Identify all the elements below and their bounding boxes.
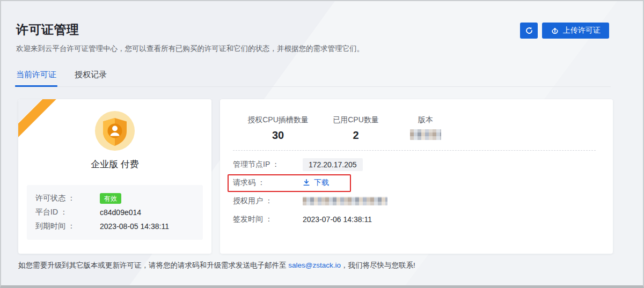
license-management-page: 许可证管理 欢迎来到云平台许可证管理中心，您可以查看所有已购买的许可证和它们的状… xyxy=(0,0,644,288)
dashed-divider xyxy=(233,150,596,151)
stat-authorized-cpu-sockets: 授权CPU插槽数量 30 xyxy=(235,115,321,142)
header-actions: 上传许可证 xyxy=(520,23,609,39)
page-subtitle: 欢迎来到云平台许可证管理中心，您可以查看所有已购买的许可证和它们的状态，并根据您… xyxy=(16,44,364,54)
upload-license-label: 上传许可证 xyxy=(563,26,601,35)
license-status-row: 许可状态 ： 有效 xyxy=(35,191,194,205)
stat-used-cpu-value: 2 xyxy=(321,129,391,142)
status-badge: 有效 xyxy=(100,193,121,204)
tab-authorization-records-label: 授权记录 xyxy=(75,70,107,79)
issue-time-row: 签发时间 ： 2023-07-06 14:38:11 xyxy=(233,210,600,228)
page-title: 许可证管理 xyxy=(16,21,79,38)
expire-time-row: 到期时间 ： 2023-08-05 14:38:11 xyxy=(35,219,194,233)
corner-ribbon xyxy=(18,99,68,149)
platform-id-label: 平台ID ： xyxy=(35,208,100,217)
stat-used-cpu: 已用CPU数量 2 xyxy=(321,115,391,142)
expire-time-value: 2023-08-05 14:38:11 xyxy=(100,222,169,231)
management-node-ip-value: 172.20.17.205 xyxy=(303,158,363,171)
stat-version: 版本 xyxy=(391,115,460,142)
request-code-label: 请求码 ： xyxy=(233,178,303,188)
footer-note: 如您需要升级到其它版本或更新许可证，请将您的请求码和升级需求发送电子邮件至 sa… xyxy=(18,261,415,270)
refresh-icon xyxy=(525,26,533,35)
stat-authorized-cpu-sockets-value: 30 xyxy=(235,129,321,142)
platform-id-value: c84d09e014 xyxy=(100,208,141,217)
management-node-ip-label: 管理节点IP ： xyxy=(233,160,303,169)
stat-authorized-cpu-sockets-label: 授权CPU插槽数量 xyxy=(235,115,321,125)
license-summary-card: 企业版 付费 许可状态 ： 有效 平台ID ： c84d09e014 到期时间 … xyxy=(18,99,211,254)
license-status-panel: 许可状态 ： 有效 平台ID ： c84d09e014 到期时间 ： 2023-… xyxy=(27,185,203,240)
refresh-button[interactable] xyxy=(520,23,538,39)
issue-time-label: 签发时间 ： xyxy=(233,215,303,224)
authorized-user-row: 授权用户 ： xyxy=(233,192,600,210)
stat-version-label: 版本 xyxy=(391,115,460,125)
management-node-ip-row: 管理节点IP ： 172.20.17.205 xyxy=(233,156,600,174)
license-status-label: 许可状态 ： xyxy=(35,194,100,203)
download-icon xyxy=(303,179,310,188)
expire-time-label: 到期时间 ： xyxy=(35,221,100,231)
footer-text-after: ，我们将尽快与您联系! xyxy=(341,261,415,269)
license-detail-rows: 管理节点IP ： 172.20.17.205 请求码 ： 下载 xyxy=(233,156,600,228)
tab-current-license[interactable]: 当前许可证 xyxy=(16,70,56,86)
authorized-user-value-redacted xyxy=(303,197,387,205)
request-code-row: 请求码 ： 下载 xyxy=(233,174,600,192)
stat-used-cpu-label: 已用CPU数量 xyxy=(321,115,391,125)
issue-time-value: 2023-07-06 14:38:11 xyxy=(303,215,372,224)
tabs-bar: 当前许可证 授权记录 xyxy=(16,70,611,87)
license-stats: 授权CPU插槽数量 30 已用CPU数量 2 版本 xyxy=(235,115,460,142)
shield-user-icon xyxy=(95,111,135,151)
license-detail-card: 授权CPU插槽数量 30 已用CPU数量 2 版本 管理节点IP ： 172.2… xyxy=(220,99,613,254)
upload-icon xyxy=(551,26,559,35)
download-link-label: 下载 xyxy=(314,178,329,188)
tab-current-license-label: 当前许可证 xyxy=(16,70,56,79)
authorized-user-label: 授权用户 ： xyxy=(233,196,303,206)
edition-label: 企业版 付费 xyxy=(18,158,211,171)
platform-id-row: 平台ID ： c84d09e014 xyxy=(35,205,194,219)
upload-license-button[interactable]: 上传许可证 xyxy=(542,23,609,39)
tab-authorization-records[interactable]: 授权记录 xyxy=(75,70,107,86)
sales-email-link[interactable]: sales@zstack.io xyxy=(288,261,341,269)
request-code-download-link[interactable]: 下载 xyxy=(303,178,329,188)
version-value-redacted xyxy=(410,129,441,140)
footer-text-before: 如您需要升级到其它版本或更新许可证，请将您的请求码和升级需求发送电子邮件至 xyxy=(18,261,288,269)
